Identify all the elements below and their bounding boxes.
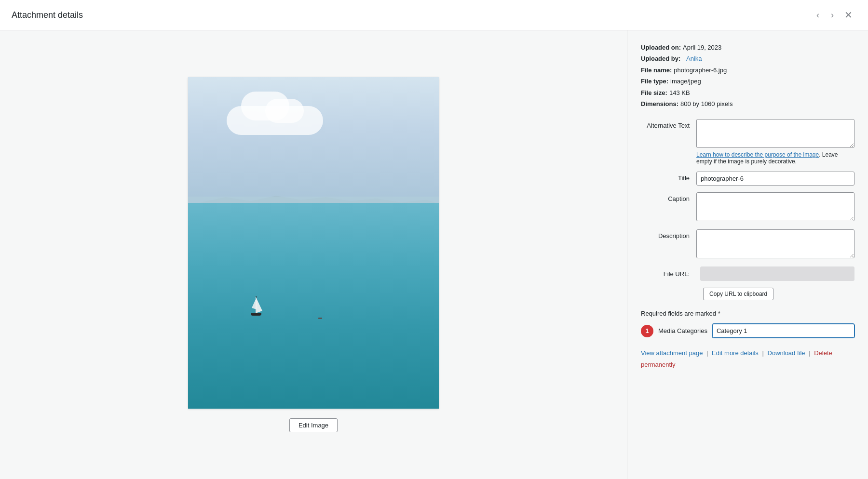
separator-3: | (809, 349, 810, 357)
title-row: Title (641, 172, 854, 186)
alt-text-help: Learn how to describe the purpose of the… (696, 151, 854, 165)
view-attachment-link[interactable]: View attachment page (641, 349, 703, 357)
file-type-value: image/jpeg (670, 76, 701, 87)
file-url-label: File URL: (641, 270, 696, 278)
attachment-photo (188, 77, 439, 409)
download-file-link[interactable]: Download file (768, 349, 805, 357)
copy-url-button[interactable]: Copy URL to clipboard (703, 288, 773, 300)
media-categories-label: Media Categories (658, 327, 707, 334)
required-note: Required fields are marked * (641, 310, 854, 317)
copy-url-row: Copy URL to clipboard (641, 288, 854, 300)
modal-overlay: Attachment details ‹ › ✕ (0, 0, 868, 479)
caption-control (696, 192, 854, 223)
uploaded-on-label: Uploaded on: (641, 42, 681, 53)
uploaded-by-link[interactable]: Anika (686, 53, 702, 64)
uploaded-on-value: April 19, 2023 (683, 42, 721, 53)
file-url-input[interactable] (700, 266, 854, 281)
modal-title: Attachment details (12, 10, 83, 20)
description-label: Description (641, 229, 696, 240)
small-boat (318, 318, 322, 319)
photo-sky (188, 77, 439, 210)
separator-2: | (762, 349, 764, 357)
details-panel: Uploaded on: April 19, 2023 Uploaded by:… (627, 30, 868, 479)
sail-hull (251, 313, 261, 316)
title-control (696, 172, 854, 186)
meta-dimensions: Dimensions: 800 by 1060 pixels (641, 98, 854, 109)
alt-text-row: Alternative Text Learn how to describe t… (641, 119, 854, 165)
bottom-links: View attachment page | Edit more details… (641, 347, 854, 370)
next-button[interactable]: › (826, 8, 839, 22)
title-input[interactable] (696, 172, 854, 186)
edit-more-details-link[interactable]: Edit more details (712, 349, 759, 357)
file-meta: Uploaded on: April 19, 2023 Uploaded by:… (641, 42, 854, 109)
media-categories-row: 1 Media Categories (641, 324, 854, 338)
media-categories-input[interactable] (712, 324, 854, 338)
sail-main (256, 296, 262, 313)
file-size-value: 143 KB (669, 87, 690, 98)
dimensions-label: Dimensions: (641, 98, 678, 109)
alt-text-label: Alternative Text (641, 119, 696, 129)
modal-nav: ‹ › ✕ (812, 8, 856, 22)
separator-1: | (706, 349, 708, 357)
cloud-shape (227, 106, 323, 135)
meta-uploaded-on: Uploaded on: April 19, 2023 (641, 42, 854, 53)
uploaded-by-label: Uploaded by: (641, 53, 680, 64)
photo-water (188, 203, 439, 409)
description-row: Description (641, 229, 854, 260)
file-name-value: photographer-6.jpg (674, 65, 727, 76)
alt-text-help-link[interactable]: Learn how to describe the purpose of the… (696, 151, 819, 158)
dimensions-value: 800 by 1060 pixels (680, 98, 732, 109)
alt-text-input[interactable] (696, 119, 854, 148)
file-size-label: File size: (641, 87, 667, 98)
sail-mast (256, 296, 257, 313)
media-categories-badge: 1 (641, 325, 653, 337)
close-button[interactable]: ✕ (841, 8, 856, 22)
title-label: Title (641, 172, 696, 182)
modal-body: Edit Image Uploaded on: April 19, 2023 U… (0, 30, 868, 479)
description-input[interactable] (696, 229, 854, 258)
meta-file-name: File name: photographer-6.jpg (641, 65, 854, 76)
file-name-label: File name: (641, 65, 672, 76)
modal-header: Attachment details ‹ › ✕ (0, 0, 868, 30)
meta-file-type: File type: image/jpeg (641, 76, 854, 87)
sail-fore (252, 297, 257, 309)
file-type-label: File type: (641, 76, 668, 87)
description-control (696, 229, 854, 260)
file-url-row: File URL: (641, 266, 854, 281)
alt-text-control: Learn how to describe the purpose of the… (696, 119, 854, 165)
edit-image-button[interactable]: Edit Image (289, 418, 338, 432)
image-panel: Edit Image (0, 30, 627, 479)
caption-row: Caption (641, 192, 854, 223)
caption-label: Caption (641, 192, 696, 202)
prev-button[interactable]: ‹ (812, 8, 824, 22)
meta-file-size: File size: 143 KB (641, 87, 854, 98)
sailboat (251, 296, 261, 316)
meta-uploaded-by: Uploaded by: Anika (641, 53, 854, 64)
image-container (188, 77, 439, 409)
form-section: Alternative Text Learn how to describe t… (641, 119, 854, 370)
caption-input[interactable] (696, 192, 854, 221)
